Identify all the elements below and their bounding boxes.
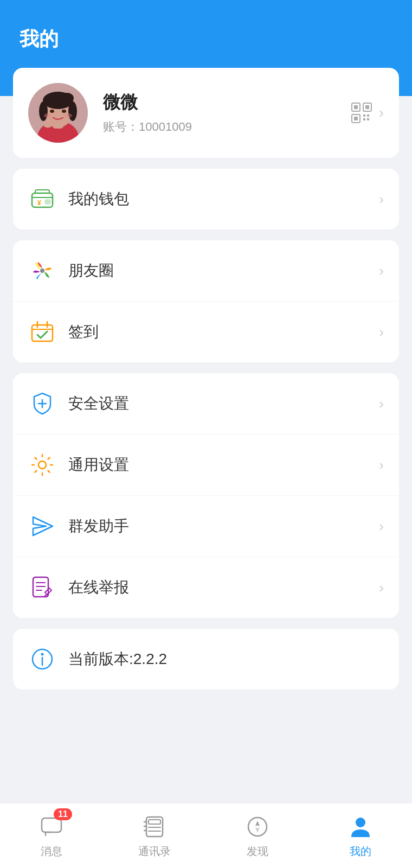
- report-label: 在线举报: [56, 577, 379, 598]
- checkin-label: 签到: [56, 322, 379, 342]
- wallet-icon: ¥: [30, 187, 55, 212]
- svg-point-8: [50, 110, 54, 113]
- main-content: 微微 账号：10001009 ›: [0, 68, 412, 776]
- broadcast-label: 群发助手: [56, 516, 379, 537]
- messages-badge: 11: [54, 808, 72, 820]
- menu-item-general[interactable]: 通用设置 ›: [13, 435, 399, 496]
- svg-rect-27: [32, 325, 53, 341]
- version-label: 当前版本:2.2.2: [56, 649, 384, 669]
- report-chevron-icon: ›: [379, 579, 384, 596]
- messages-nav-label: 消息: [41, 844, 62, 859]
- report-icon: [30, 575, 55, 600]
- info-icon: [30, 647, 55, 672]
- discover-nav-icon-wrap: [243, 813, 272, 841]
- nav-item-mine[interactable]: 我的: [309, 813, 412, 859]
- moments-icon: [30, 258, 55, 283]
- svg-line-37: [45, 595, 47, 596]
- nav-item-contacts[interactable]: 通讯录: [103, 813, 206, 859]
- profile-chevron-icon: ›: [379, 104, 384, 122]
- svg-point-6: [68, 101, 77, 121]
- version-item: 当前版本:2.2.2: [13, 629, 399, 690]
- profile-card[interactable]: 微微 账号：10001009 ›: [13, 68, 399, 158]
- contacts-nav-label: 通讯录: [138, 844, 171, 859]
- general-settings-icon: [30, 452, 55, 477]
- qr-code-icon[interactable]: [351, 102, 372, 124]
- wallet-icon-wrap: ¥: [28, 185, 56, 213]
- svg-rect-18: [354, 117, 358, 120]
- person-icon: [349, 815, 372, 838]
- nav-item-discover[interactable]: 发现: [206, 813, 309, 859]
- settings-card: 安全设置 › 通用设置 ›: [13, 373, 399, 618]
- wallet-chevron-icon: ›: [379, 191, 384, 208]
- contacts-nav-icon-wrap: [140, 813, 169, 841]
- address-book-icon: [143, 815, 166, 838]
- wallet-card: ¥ 我的钱包 ›: [13, 169, 399, 229]
- svg-rect-22: [367, 118, 369, 120]
- messages-nav-icon-wrap: 11: [37, 813, 66, 841]
- discover-nav-label: 发现: [247, 844, 268, 859]
- profile-actions[interactable]: ›: [351, 102, 384, 124]
- menu-item-moments[interactable]: 朋友圈 ›: [13, 240, 399, 302]
- nav-item-messages[interactable]: 11 消息: [0, 813, 103, 859]
- avatar[interactable]: [28, 83, 88, 143]
- svg-point-10: [44, 113, 52, 118]
- svg-point-7: [61, 93, 74, 104]
- svg-text:¥: ¥: [37, 199, 41, 207]
- svg-point-26: [40, 269, 44, 273]
- svg-rect-19: [363, 114, 365, 117]
- svg-marker-50: [255, 821, 260, 826]
- moments-label: 朋友圈: [56, 260, 379, 281]
- bottom-nav: 11 消息 通讯录 发现: [0, 803, 412, 868]
- svg-point-49: [248, 818, 267, 836]
- svg-point-9: [62, 110, 66, 113]
- mine-nav-label: 我的: [350, 844, 371, 859]
- broadcast-icon-wrap: [28, 512, 56, 540]
- security-icon-wrap: [28, 390, 56, 418]
- svg-rect-14: [354, 105, 358, 109]
- svg-point-11: [65, 113, 72, 118]
- compass-icon: [246, 815, 269, 838]
- general-label: 通用设置: [56, 455, 379, 475]
- page-title: 我的: [20, 28, 59, 50]
- profile-info: 微微 账号：10001009: [88, 91, 351, 135]
- svg-point-52: [356, 818, 365, 827]
- svg-point-32: [38, 461, 46, 469]
- svg-rect-20: [367, 114, 369, 117]
- info-icon-wrap: [28, 645, 56, 673]
- security-label: 安全设置: [56, 393, 379, 414]
- broadcast-icon: [30, 514, 55, 539]
- menu-item-broadcast[interactable]: 群发助手 ›: [13, 496, 399, 557]
- checkin-icon-wrap: [28, 318, 56, 346]
- general-chevron-icon: ›: [379, 457, 384, 474]
- menu-item-security[interactable]: 安全设置 ›: [13, 373, 399, 435]
- checkin-icon: [30, 320, 55, 344]
- svg-rect-24: [45, 200, 50, 204]
- menu-item-wallet[interactable]: ¥ 我的钱包 ›: [13, 169, 399, 229]
- profile-account: 账号：10001009: [103, 119, 351, 135]
- social-card: 朋友圈 › 签到 ›: [13, 240, 399, 362]
- svg-rect-21: [363, 118, 365, 120]
- wallet-label: 我的钱包: [56, 189, 379, 209]
- version-card: 当前版本:2.2.2: [13, 629, 399, 690]
- broadcast-chevron-icon: ›: [379, 518, 384, 535]
- security-icon: [30, 391, 55, 416]
- svg-point-5: [39, 101, 48, 121]
- svg-point-39: [41, 653, 44, 656]
- moments-icon-wrap: [28, 257, 56, 285]
- menu-item-checkin[interactable]: 签到 ›: [13, 302, 399, 362]
- profile-name: 微微: [103, 91, 351, 114]
- mine-nav-icon-wrap: [346, 813, 375, 841]
- svg-rect-43: [149, 820, 160, 824]
- svg-marker-51: [255, 827, 260, 833]
- report-icon-wrap: [28, 573, 56, 602]
- security-chevron-icon: ›: [379, 395, 384, 412]
- checkin-chevron-icon: ›: [379, 324, 384, 341]
- moments-chevron-icon: ›: [379, 263, 384, 279]
- general-icon-wrap: [28, 451, 56, 479]
- svg-rect-16: [365, 105, 369, 109]
- menu-item-report[interactable]: 在线举报 ›: [13, 557, 399, 618]
